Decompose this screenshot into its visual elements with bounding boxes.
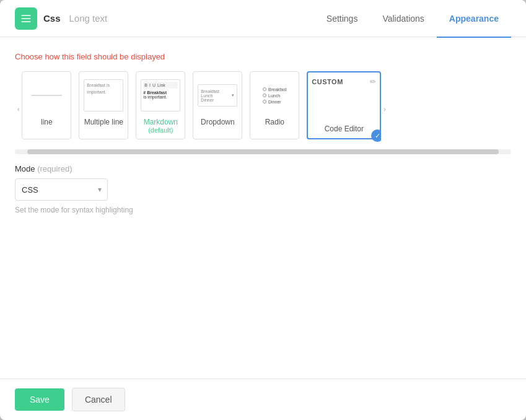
md-italic: I xyxy=(149,83,151,87)
option-markdown-label: Markdown xyxy=(144,118,178,126)
mode-select[interactable]: CSS JavaScript HTML Python SQL TypeScrip… xyxy=(15,178,108,201)
markdown-preview-wrap: B I U Link # Breakfast is important. xyxy=(140,77,181,114)
radio-visual: Breakfast Lunch Dinner xyxy=(263,87,287,104)
md-heading: # Breakfast xyxy=(143,90,178,95)
dropdown-preview-wrap: BreakfastLunchDinner ▾ xyxy=(197,77,238,114)
edit-icon[interactable]: ✏ xyxy=(370,77,376,86)
multiline-visual: Breakfast is important. xyxy=(84,79,123,112)
scrollbar-track[interactable] xyxy=(15,149,511,154)
mline-1: Breakfast is xyxy=(87,82,120,88)
option-code-editor-label: Code Editor xyxy=(325,120,364,133)
field-name-label: Long text xyxy=(69,13,108,24)
dropdown-arrow: ▾ xyxy=(232,93,234,98)
header: Css Long text Settings Validations Appea… xyxy=(0,0,526,37)
md-underline: U xyxy=(152,83,156,87)
multiline-preview-wrap: Breakfast is important. xyxy=(83,77,124,114)
radio-circle-2 xyxy=(263,94,266,97)
field-type-label: Css xyxy=(43,13,61,24)
option-dropdown[interactable]: BreakfastLunchDinner ▾ Dropdown xyxy=(193,71,242,139)
radio-breakfast: Breakfast xyxy=(263,87,287,92)
option-dropdown-label: Dropdown xyxy=(201,118,235,126)
custom-header: CUSTOM ✏ xyxy=(312,77,376,86)
tab-settings[interactable]: Settings xyxy=(314,1,370,38)
content-area: Choose how this field should be displaye… xyxy=(0,37,526,378)
modal-container: Css Long text Settings Validations Appea… xyxy=(0,0,526,420)
tab-validations[interactable]: Validations xyxy=(370,1,436,38)
footer: Save Cancel xyxy=(0,378,526,420)
nav-tabs: Settings Validations Appearance xyxy=(314,0,511,37)
markdown-visual: B I U Link # Breakfast is important. xyxy=(141,79,180,112)
selected-checkmark: ✓ xyxy=(371,129,381,142)
mode-field-label: Mode (required) xyxy=(15,164,511,173)
radio-lunch: Lunch xyxy=(263,94,287,98)
option-line-label: line xyxy=(41,118,53,126)
radio-label-3: Dinner xyxy=(268,100,281,104)
scroll-left-arrow[interactable]: ‹ xyxy=(15,106,22,113)
option-markdown[interactable]: B I U Link # Breakfast is important. Mar… xyxy=(136,71,185,139)
dropdown-text: BreakfastLunchDinner xyxy=(201,89,219,102)
scroll-right-arrow[interactable]: › xyxy=(381,106,388,113)
option-radio-label: Radio xyxy=(265,118,284,126)
save-button[interactable]: Save xyxy=(15,388,64,411)
menu-icon xyxy=(20,12,32,25)
radio-preview-wrap: Breakfast Lunch Dinner xyxy=(254,77,295,114)
scrollbar-thumb xyxy=(27,149,499,154)
line-visual xyxy=(31,95,62,96)
radio-circle-1 xyxy=(263,87,266,91)
mode-select-wrap: CSS JavaScript HTML Python SQL TypeScrip… xyxy=(15,178,108,201)
radio-dinner: Dinner xyxy=(263,100,287,104)
field-type-icon xyxy=(15,7,37,30)
option-code-editor[interactable]: CUSTOM ✏ Code Editor ✓ xyxy=(307,71,381,139)
radio-circle-3 xyxy=(263,100,266,103)
custom-badge: CUSTOM xyxy=(312,78,343,85)
option-line[interactable]: line xyxy=(22,71,71,139)
mode-required-text: (required) xyxy=(37,164,72,173)
display-options-list: line Breakfast is important. Multiple li… xyxy=(22,71,381,142)
md-bold: B xyxy=(144,83,147,87)
mode-section: Mode (required) CSS JavaScript HTML Pyth… xyxy=(15,164,511,214)
md-toolbar: B I U Link xyxy=(143,82,178,89)
md-link: Link xyxy=(157,83,165,87)
svg-rect-1 xyxy=(22,18,31,19)
mline-2: important. xyxy=(87,89,120,95)
line-preview xyxy=(26,77,67,114)
tab-appearance[interactable]: Appearance xyxy=(437,1,511,38)
dropdown-visual: BreakfastLunchDinner ▾ xyxy=(198,84,237,107)
cancel-button[interactable]: Cancel xyxy=(72,388,125,411)
radio-label-2: Lunch xyxy=(268,94,280,98)
code-editor-preview-wrap xyxy=(312,89,376,113)
md-text: is important. xyxy=(143,95,178,99)
option-multiple-line[interactable]: Breakfast is important. Multiple line xyxy=(79,71,128,139)
md-content: # Breakfast is important. xyxy=(143,90,178,99)
radio-label-1: Breakfast xyxy=(268,87,287,92)
mode-hint-text: Set the mode for syntax highlighting xyxy=(15,206,511,214)
mode-label-text: Mode xyxy=(15,164,35,173)
option-radio[interactable]: Breakfast Lunch Dinner Ra xyxy=(250,71,299,139)
section-title: Choose how this field should be displaye… xyxy=(15,52,511,61)
option-multiple-line-label: Multiple line xyxy=(84,118,123,126)
svg-rect-2 xyxy=(22,21,31,22)
header-left: Css Long text xyxy=(15,7,314,30)
svg-rect-0 xyxy=(22,15,31,16)
option-markdown-sublabel: (default) xyxy=(148,126,173,134)
